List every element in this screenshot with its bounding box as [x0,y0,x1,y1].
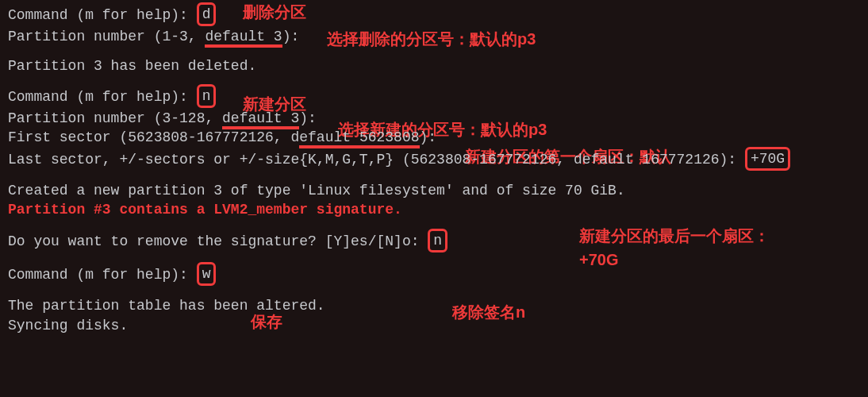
pn1-pre: Partition number (1-3, [8,29,205,44]
pn1-tail: ): [282,29,300,44]
cmd-n: n [202,88,211,104]
pn1-default: default 3 [205,29,282,48]
cmd-w-box: w [197,262,217,286]
cmd-d-box: d [197,2,217,26]
line-last-sector: Last sector, +/-sectors or +/-size{K,M,G… [8,148,860,172]
line-cmd-n: Command (m for help): n [8,85,860,109]
line-deleted: Partition 3 has been deleted. [8,56,860,75]
prompt2: Command (m for help): [8,89,197,105]
gap5 [8,253,860,263]
line-sigwarn: Partition #3 contains a LVM2_member sign… [8,200,860,219]
ann-delete-partition: 删除分区 [243,2,306,23]
ls-val-box: +70G [745,147,790,171]
line-cmd-w: Command (m for help): w [8,263,860,287]
fs-tail: ): [420,129,437,145]
line-altered: The partition table has been altered. [8,296,860,315]
line-syncing: Syncing disks. [8,316,860,335]
gap6 [8,287,860,296]
line-first-sector: First sector (5623808-167772126, default… [8,128,860,147]
pn2-default: default 3 [222,110,299,129]
cmd-d: d [202,6,211,22]
cmd-n-box: n [197,84,217,108]
pn2-pre: Partition number (3-128, [8,110,222,126]
prompt3: Command (m for help): [8,267,197,283]
prompt: Command (m for help): [8,7,197,23]
cmd-w: w [202,266,211,282]
fs-default: efault 5623808 [299,129,419,148]
gap2 [8,75,860,85]
ls-val: +70G [751,151,785,167]
gap3 [8,172,860,181]
ls-pre: Last sector, +/-sectors or +/-size{K,M,G… [8,152,745,168]
line-remove-q: Do you want to remove the signature? [Y]… [8,229,860,253]
remove-a-box: n [428,229,447,252]
fs-pre: First sector (5623808-167772126, d [8,129,299,145]
remove-a: n [433,233,442,249]
pn2-tail: ): [299,110,317,126]
line-cmd-d: Command (m for help): d [8,3,860,27]
remove-q: Do you want to remove the signature? [Y]… [8,233,428,249]
line-created: Created a new partition 3 of type 'Linux… [8,181,860,200]
ann-pn1: 选择删除的分区号：默认的p3 [327,29,536,50]
